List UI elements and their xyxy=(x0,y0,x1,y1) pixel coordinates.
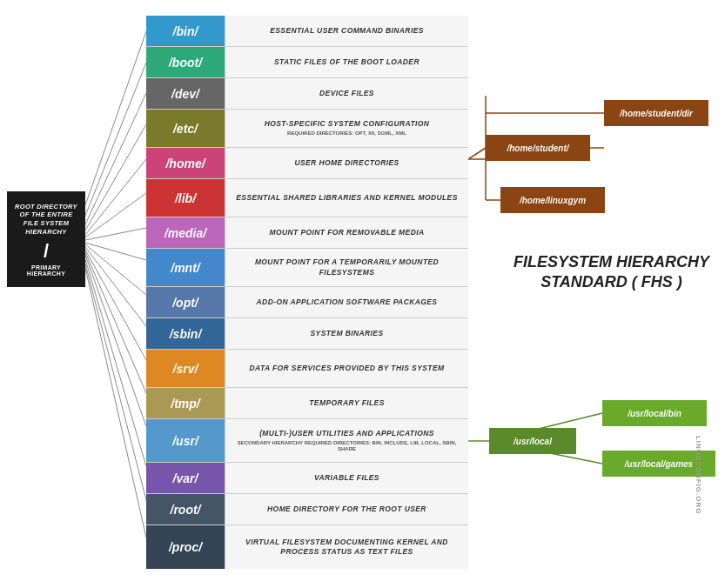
dir-cell: /srv/ xyxy=(146,350,225,387)
primary-hierarchy-label: PRIMARY HIERARCHY xyxy=(12,264,80,277)
dir-cell: /opt/ xyxy=(146,287,225,317)
home-student-dir-box: /home/student/dir xyxy=(604,100,708,126)
sub-text: REQUIRED DIRECTORIES: OPT, XII, SGML, XM… xyxy=(287,130,406,137)
dir-cell: /usr/ xyxy=(146,419,225,462)
dir-cell: /bin/ xyxy=(146,16,225,46)
dir-cell: /var/ xyxy=(146,463,225,493)
table-row: /proc/VIRTUAL FILESYSTEM DOCUMENTING KER… xyxy=(146,525,468,569)
desc-text: VARIABLE FILES xyxy=(314,473,379,483)
table-row: /var/VARIABLE FILES xyxy=(146,463,468,494)
table-row: /dev/DEVICE FILES xyxy=(146,78,468,110)
desc-cell: MOUNT POINT FOR REMOVABLE MEDIA xyxy=(225,217,468,248)
desc-cell: MOUNT POINT FOR A TEMPORARILY MOUNTED FI… xyxy=(225,249,468,286)
desc-cell: ADD-ON APPLICATION SOFTWARE PACKAGES xyxy=(225,287,468,317)
table-row: /lib/ESSENTIAL SHARED LIBRARIES AND KERN… xyxy=(146,179,468,217)
fhs-title: FILESYSTEM HIERARCHYSTANDARD ( FHS ) xyxy=(514,252,709,293)
svg-line-9 xyxy=(85,247,146,326)
desc-cell: VIRTUAL FILESYSTEM DOCUMENTING KERNEL AN… xyxy=(225,525,468,569)
desc-cell: TEMPORARY FILES xyxy=(225,388,468,418)
dir-cell: /lib/ xyxy=(146,179,225,217)
table-row: /mnt/MOUNT POINT FOR A TEMPORARILY MOUNT… xyxy=(146,249,468,287)
table-row: /etc/HOST-SPECIFIC SYSTEM CONFIGURATIONR… xyxy=(146,110,468,148)
dir-cell: /etc/ xyxy=(146,110,225,147)
svg-line-5 xyxy=(85,193,146,237)
main-container: ROOT DIRECTORY OF THE ENTIRE FILE SYSTEM… xyxy=(0,0,725,588)
table-row: /home/USER HOME DIRECTORIES xyxy=(146,148,468,179)
desc-cell: VARIABLE FILES xyxy=(225,463,468,493)
root-directory-box: ROOT DIRECTORY OF THE ENTIRE FILE SYSTEM… xyxy=(7,191,85,287)
desc-text: ESSENTIAL SHARED LIBRARIES AND KERNEL MO… xyxy=(236,193,457,203)
root-title: ROOT DIRECTORY OF THE ENTIRE FILE SYSTEM… xyxy=(12,203,80,237)
dir-cell: /dev/ xyxy=(146,78,225,109)
svg-line-14 xyxy=(85,264,146,500)
sub-text: SECONDARY HIERARCHY REQUIRED DIRECTORIES… xyxy=(231,440,463,452)
desc-text: USER HOME DIRECTORIES xyxy=(294,158,399,168)
table-row: /sbin/SYSTEM BINARIES xyxy=(146,318,468,350)
desc-cell: (MULTI-)USER UTILITIES AND APPLICATIONSS… xyxy=(225,419,468,462)
watermark: LINUXCONFIG.ORG xyxy=(695,436,703,515)
table-row: /bin/ESSENTIAL USER COMMAND BINARIES xyxy=(146,16,468,47)
dir-cell: /root/ xyxy=(146,494,225,525)
desc-text: MOUNT POINT FOR A TEMPORARILY MOUNTED FI… xyxy=(231,257,463,277)
svg-line-7 xyxy=(85,243,146,260)
hierarchy-table: /bin/ESSENTIAL USER COMMAND BINARIES/boo… xyxy=(146,16,468,569)
table-row: /usr/(MULTI-)USER UTILITIES AND APPLICAT… xyxy=(146,419,468,463)
desc-text: ESSENTIAL USER COMMAND BINARIES xyxy=(270,26,424,36)
table-row: /root/HOME DIRECTORY FOR THE ROOT USER xyxy=(146,494,468,525)
desc-text: STATIC FILES OF THE BOOT LOADER xyxy=(274,57,420,67)
table-row: /srv/DATA FOR SERVICES PROVIDED BY THIS … xyxy=(146,350,468,388)
usr-local-bin-box: /usr/local/bin xyxy=(602,400,707,426)
usr-local-box: /usr/local xyxy=(489,428,576,454)
svg-line-2 xyxy=(85,93,146,224)
desc-cell: DEVICE FILES xyxy=(225,78,468,109)
desc-text: DEVICE FILES xyxy=(319,89,374,98)
svg-line-12 xyxy=(85,255,146,426)
home-student-box: /home/student/ xyxy=(486,135,590,161)
home-linuxgym-box: /home/linuxgym xyxy=(500,187,605,213)
desc-cell: SYSTEM BINARIES xyxy=(225,318,468,349)
dir-cell: /boot/ xyxy=(146,47,225,77)
desc-text: MOUNT POINT FOR REMOVABLE MEDIA xyxy=(270,228,425,237)
svg-line-1 xyxy=(85,63,146,216)
svg-line-8 xyxy=(85,244,146,295)
svg-line-11 xyxy=(85,252,146,393)
desc-text: SYSTEM BINARIES xyxy=(311,329,384,338)
table-row: /boot/STATIC FILES OF THE BOOT LOADER xyxy=(146,47,468,78)
desc-cell: DATA FOR SERVICES PROVIDED BY THIS SYSTE… xyxy=(225,350,468,387)
svg-line-6 xyxy=(85,228,146,240)
table-row: /media/MOUNT POINT FOR REMOVABLE MEDIA xyxy=(146,217,468,249)
dir-cell: /media/ xyxy=(146,217,225,248)
svg-line-16 xyxy=(468,148,486,159)
desc-cell: USER HOME DIRECTORIES xyxy=(225,148,468,178)
svg-line-13 xyxy=(85,259,146,466)
desc-text: HOST-SPECIFIC SYSTEM CONFIGURATION xyxy=(265,119,430,129)
dir-cell: /mnt/ xyxy=(146,249,225,286)
svg-line-15 xyxy=(85,268,146,538)
desc-text: VIRTUAL FILESYSTEM DOCUMENTING KERNEL AN… xyxy=(231,538,463,557)
desc-cell: STATIC FILES OF THE BOOT LOADER xyxy=(225,47,468,77)
desc-text: HOME DIRECTORY FOR THE ROOT USER xyxy=(267,504,426,514)
desc-text: DATA FOR SERVICES PROVIDED BY THIS SYSTE… xyxy=(250,364,445,373)
desc-cell: ESSENTIAL USER COMMAND BINARIES xyxy=(225,16,468,46)
dir-cell: /tmp/ xyxy=(146,388,225,418)
table-row: /opt/ADD-ON APPLICATION SOFTWARE PACKAGE… xyxy=(146,287,468,318)
desc-cell: HOST-SPECIFIC SYSTEM CONFIGURATIONREQUIR… xyxy=(225,110,468,147)
desc-text: TEMPORARY FILES xyxy=(309,398,384,408)
svg-line-3 xyxy=(85,124,146,231)
table-row: /tmp/TEMPORARY FILES xyxy=(146,388,468,419)
svg-line-4 xyxy=(85,159,146,235)
dir-cell: /sbin/ xyxy=(146,318,225,349)
desc-cell: HOME DIRECTORY FOR THE ROOT USER xyxy=(225,494,468,525)
dir-cell: /proc/ xyxy=(146,525,225,569)
dir-cell: /home/ xyxy=(146,148,225,178)
desc-cell: ESSENTIAL SHARED LIBRARIES AND KERNEL MO… xyxy=(225,179,468,217)
root-slash: / xyxy=(44,240,49,263)
svg-line-0 xyxy=(85,31,146,205)
svg-line-10 xyxy=(85,250,146,360)
desc-text: (MULTI-)USER UTILITIES AND APPLICATIONS xyxy=(259,429,434,438)
desc-text: ADD-ON APPLICATION SOFTWARE PACKAGES xyxy=(257,297,438,307)
